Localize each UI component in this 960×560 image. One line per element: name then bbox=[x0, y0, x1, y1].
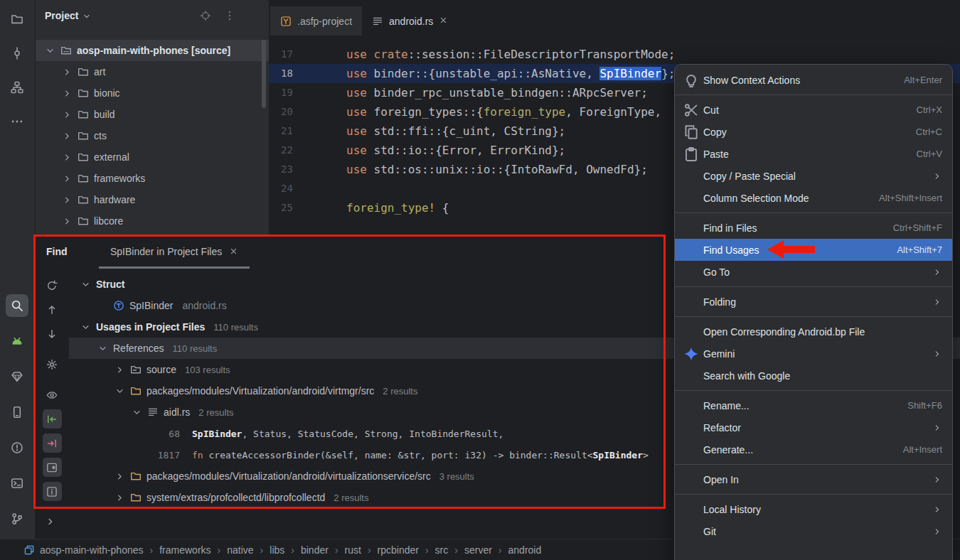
breadcrumb-item-binder[interactable]: binder bbox=[301, 544, 329, 556]
open-results-in-new-tab-button[interactable] bbox=[43, 458, 62, 477]
menu-item-go-to[interactable]: Go To bbox=[675, 261, 952, 283]
tab-close-button[interactable] bbox=[439, 16, 448, 27]
activity-structure-button[interactable] bbox=[6, 76, 28, 99]
breadcrumb-item-rpcbinder[interactable]: rpcbinder bbox=[378, 544, 419, 556]
breadcrumb-separator: › bbox=[454, 544, 458, 556]
breadcrumb-item-server[interactable]: server bbox=[464, 544, 492, 556]
project-tree-item-frameworks[interactable]: frameworks bbox=[35, 168, 269, 189]
project-tree-item-build[interactable]: build bbox=[35, 104, 269, 125]
folder-label: external bbox=[94, 151, 129, 163]
chevron-right-icon[interactable] bbox=[45, 516, 56, 527]
breadcrumb-item-android[interactable]: android bbox=[508, 544, 542, 556]
project-tree-item-art[interactable]: art bbox=[35, 61, 269, 82]
code-token: { bbox=[435, 201, 449, 215]
menu-item-rename[interactable]: Rename...Shift+F6 bbox=[675, 394, 952, 416]
line-number: 24 bbox=[269, 179, 346, 198]
menu-item-generate[interactable]: Generate...Alt+Insert bbox=[675, 438, 952, 461]
refresh-button[interactable] bbox=[43, 276, 62, 295]
scrollbar-thumb[interactable] bbox=[262, 40, 266, 108]
menu-item-gemini[interactable]: Gemini bbox=[675, 343, 952, 365]
breadcrumb-item-aosp-main-with-phones[interactable]: aosp-main-with-phones bbox=[40, 544, 144, 556]
breadcrumb-separator: › bbox=[368, 544, 371, 556]
menu-item-refactor[interactable]: Refactor bbox=[675, 416, 952, 438]
activity-more-tools-button[interactable] bbox=[6, 110, 28, 133]
project-tree-item-external[interactable]: external bbox=[35, 146, 269, 168]
activity-android-button[interactable] bbox=[6, 330, 28, 352]
info-icon bbox=[46, 486, 58, 497]
menu-item-label: Copy / Paste Special bbox=[703, 171, 796, 182]
activity-project-button[interactable] bbox=[6, 8, 28, 31]
menu-icon-slot bbox=[683, 474, 699, 485]
menu-item-copy[interactable]: CopyCtrl+C bbox=[675, 121, 952, 143]
chevron-down-icon[interactable] bbox=[82, 11, 92, 21]
menu-item-label: Paste bbox=[703, 149, 729, 160]
project-tree-item-cts[interactable]: cts bbox=[35, 125, 269, 146]
chevron-right-icon bbox=[114, 471, 125, 482]
project-tree-item-libcore[interactable]: libcore bbox=[35, 210, 269, 232]
activity-find-button[interactable] bbox=[6, 294, 28, 317]
paste-icon bbox=[683, 149, 699, 160]
code-token: use bbox=[346, 124, 374, 138]
menu-item-search-with-google[interactable]: Search with Google bbox=[675, 365, 952, 387]
menu-item-open-corresponding-android-bp-file[interactable]: Open Corresponding Android.bp File bbox=[675, 321, 952, 343]
help-button[interactable] bbox=[43, 482, 62, 501]
close-icon[interactable] bbox=[229, 247, 238, 256]
breadcrumb-item-frameworks[interactable]: frameworks bbox=[159, 544, 210, 556]
breadcrumb-item-src[interactable]: src bbox=[435, 544, 449, 556]
find-results-tab[interactable]: SpIBinder in Project Files bbox=[99, 236, 250, 269]
jump-to-source-button[interactable] bbox=[43, 409, 62, 429]
menu-icon-slot bbox=[683, 171, 699, 182]
code-line-17[interactable]: 17use crate::session::FileDescriptorTran… bbox=[269, 45, 960, 64]
activity-problems-button[interactable] bbox=[6, 436, 28, 459]
breadcrumb-item-native[interactable]: native bbox=[227, 544, 253, 556]
chevron-right-icon bbox=[62, 131, 73, 141]
problems-icon bbox=[11, 441, 23, 454]
navigate-down-button[interactable] bbox=[43, 324, 62, 343]
menu-icon-slot bbox=[683, 526, 699, 537]
menu-item-folding[interactable]: Folding bbox=[675, 291, 952, 313]
more-options-icon[interactable] bbox=[224, 10, 235, 21]
activity-version-control-button[interactable] bbox=[6, 507, 28, 530]
find-row-label: packages/modules/Virtualization/android/… bbox=[146, 385, 374, 397]
menu-icon-slot bbox=[683, 222, 699, 234]
activity-running-devices-button[interactable] bbox=[6, 401, 28, 424]
breadcrumb-item-libs[interactable]: libs bbox=[270, 544, 284, 556]
result-code: fn createAccessorBinder(&self, name: &st… bbox=[192, 450, 649, 461]
project-tree-item-bionic[interactable]: bionic bbox=[35, 82, 269, 104]
asfp-icon bbox=[280, 16, 292, 27]
menu-shortcut: Alt+Shift+7 bbox=[897, 244, 942, 255]
menu-item-git[interactable]: Git bbox=[675, 520, 952, 542]
menu-icon-slot bbox=[683, 370, 699, 382]
project-tree-item-hardware[interactable]: hardware bbox=[35, 189, 269, 210]
menu-item-column-selection-mode[interactable]: Column Selection ModeAlt+Shift+Insert bbox=[675, 187, 952, 209]
menu-item-local-history[interactable]: Local History bbox=[675, 498, 952, 520]
folder-icon bbox=[78, 109, 89, 120]
menu-item-show-context-actions[interactable]: Show Context ActionsAlt+Enter bbox=[675, 69, 952, 91]
menu-item-find-in-files[interactable]: Find in FilesCtrl+Shift+F bbox=[675, 217, 952, 239]
activity-commit-button[interactable] bbox=[6, 42, 28, 65]
breadcrumb-item-rust[interactable]: rust bbox=[345, 544, 361, 556]
project-tree-root[interactable]: aosp-main-with-phones [source] bbox=[35, 40, 269, 61]
find-row-count: 3 results bbox=[439, 471, 474, 482]
code-text: foreign_type! { bbox=[346, 198, 449, 217]
folder-icon bbox=[78, 151, 89, 163]
menu-item-open-in[interactable]: Open In bbox=[675, 468, 952, 490]
menu-item-label: Find in Files bbox=[703, 222, 757, 234]
result-line-number: 68 bbox=[149, 429, 180, 439]
find-row-location: android.rs bbox=[182, 300, 226, 311]
menu-item-cut[interactable]: CutCtrl+X bbox=[675, 99, 952, 121]
menu-item-paste[interactable]: PasteCtrl+V bbox=[675, 143, 952, 165]
autoscroll-to-source-button[interactable] bbox=[43, 434, 62, 453]
editor-tab-android-rs[interactable]: android.rs bbox=[362, 6, 458, 36]
menu-item-find-usages[interactable]: Find UsagesAlt+Shift+7 bbox=[675, 239, 952, 261]
preview-usages-button[interactable] bbox=[43, 385, 62, 404]
code-token: std::io::{Error, ErrorKind}; bbox=[374, 144, 566, 157]
chevron-down-icon bbox=[80, 322, 91, 333]
activity-terminal-button[interactable] bbox=[6, 472, 28, 495]
menu-item-copy-paste-special[interactable]: Copy / Paste Special bbox=[675, 165, 952, 187]
editor-tab-asfp-project[interactable]: .asfp-project bbox=[270, 6, 362, 36]
navigate-up-button[interactable] bbox=[43, 300, 62, 319]
settings-button[interactable] bbox=[43, 355, 62, 374]
activity-device-manager-button[interactable] bbox=[6, 365, 28, 388]
locate-file-icon[interactable] bbox=[200, 10, 211, 21]
